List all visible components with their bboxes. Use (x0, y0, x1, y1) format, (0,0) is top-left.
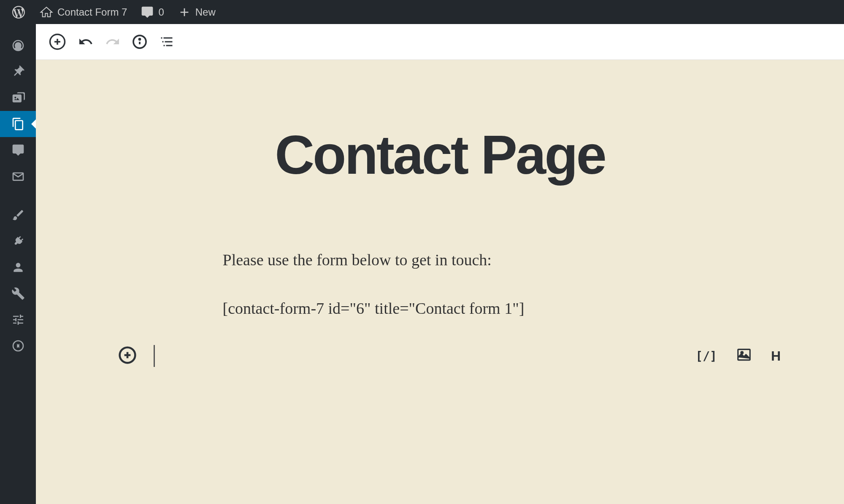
sliders-icon (11, 313, 25, 326)
dashboard-icon (11, 39, 25, 52)
info-button[interactable] (132, 34, 147, 49)
pages-icon (11, 117, 25, 131)
inserter-right: [/] H (695, 347, 781, 366)
sidebar-dashboard[interactable] (0, 32, 36, 59)
editor-toolbar (36, 24, 844, 60)
info-icon (132, 34, 147, 49)
undo-icon (78, 34, 93, 49)
plus-circle-icon (118, 346, 137, 364)
redo-button (105, 34, 120, 49)
new-label: New (195, 6, 216, 18)
sidebar-comments[interactable] (0, 137, 36, 163)
text-cursor[interactable] (154, 345, 155, 367)
pin-icon (11, 65, 25, 78)
speech-icon (11, 143, 25, 157)
block-inserter-row: [/] H (36, 345, 844, 367)
media-icon (11, 91, 25, 105)
comments-count: 0 (158, 6, 164, 18)
wordpress-logo[interactable] (6, 0, 31, 24)
brush-icon (11, 208, 25, 222)
sidebar-posts[interactable] (0, 59, 36, 85)
wordpress-icon (11, 5, 26, 20)
sidebar-settings[interactable] (0, 307, 36, 333)
image-icon (736, 347, 752, 363)
sidebar-contact[interactable] (0, 163, 36, 189)
image-block-button[interactable] (736, 347, 752, 366)
sidebar-media[interactable] (0, 85, 36, 111)
shortcode-block-button[interactable]: [/] (695, 349, 717, 363)
plus-icon (178, 5, 191, 19)
admin-bar-comments[interactable]: 0 (135, 0, 169, 24)
sidebar (0, 24, 36, 504)
inserter-left (118, 345, 155, 367)
user-icon (11, 261, 25, 274)
comment-icon (141, 5, 154, 19)
plus-circle-icon (49, 33, 66, 51)
sidebar-appearance[interactable] (0, 202, 36, 228)
main-content: Contact Page Please use the form below t… (36, 24, 844, 504)
sidebar-plugins[interactable] (0, 228, 36, 254)
admin-bar-new[interactable]: New (173, 0, 221, 24)
heading-block-button[interactable]: H (771, 348, 781, 364)
list-icon (159, 34, 174, 49)
admin-bar-site[interactable]: Contact Form 7 (35, 0, 132, 24)
home-icon (40, 5, 53, 19)
page-title[interactable]: Contact Page (275, 123, 605, 186)
sidebar-pages[interactable] (0, 111, 36, 137)
shortcode-block[interactable]: [contact-form-7 id="6" title="Contact fo… (223, 297, 657, 320)
outline-button[interactable] (159, 34, 174, 49)
plug-icon (11, 234, 25, 248)
sidebar-tools[interactable] (0, 280, 36, 307)
wrench-icon (11, 287, 25, 300)
paragraph-block[interactable]: Please use the form below to get in touc… (223, 249, 657, 271)
sidebar-users[interactable] (0, 254, 36, 280)
svg-point-7 (139, 39, 141, 40)
block-inserter-button[interactable] (49, 33, 66, 51)
add-block-button[interactable] (118, 346, 137, 366)
collapse-icon (11, 339, 25, 353)
admin-bar: Contact Form 7 0 New (0, 0, 844, 24)
site-name-label: Contact Form 7 (57, 6, 127, 18)
editor-content: Contact Page Please use the form below t… (36, 60, 844, 504)
svg-point-12 (741, 352, 743, 354)
redo-icon (105, 34, 120, 49)
content-body: Please use the form below to get in touc… (223, 249, 657, 320)
sidebar-collapse[interactable] (0, 333, 36, 359)
undo-button[interactable] (78, 34, 93, 49)
mail-icon (11, 170, 25, 183)
